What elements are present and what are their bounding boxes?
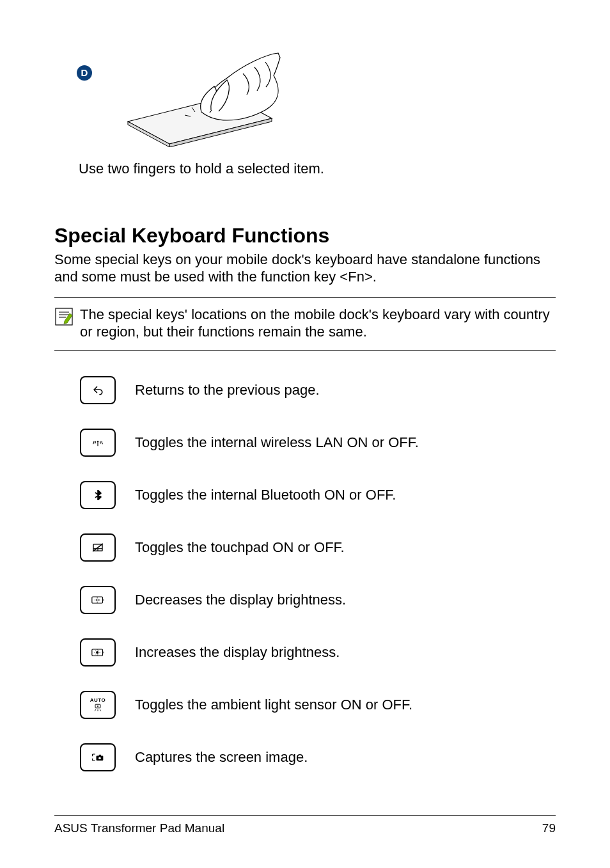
- note-text: The special keys' locations on the mobil…: [77, 306, 556, 341]
- key-description: Captures the screen image.: [135, 748, 556, 766]
- bluetooth-icon: [94, 490, 102, 500]
- svg-line-29: [98, 654, 99, 654]
- footer-page-number: 79: [542, 821, 556, 836]
- svg-rect-39: [99, 754, 101, 756]
- keycap-brightness-up: [80, 638, 116, 667]
- key-description: Toggles the internal wireless LAN ON or …: [135, 434, 556, 452]
- key-description: Increases the display brightness.: [135, 643, 556, 661]
- key-row: Toggles the touchpad ON or OFF.: [80, 533, 556, 562]
- key-row: Increases the display brightness.: [80, 638, 556, 667]
- svg-marker-21: [103, 599, 104, 601]
- svg-point-16: [97, 599, 98, 601]
- touchpad-off-icon: [92, 543, 104, 552]
- key-row: Toggles the internal wireless LAN ON or …: [80, 429, 556, 457]
- svg-point-9: [97, 441, 99, 443]
- manual-page: D: [0, 0, 610, 868]
- touchpad-caption: Use two fingers to hold a selected item.: [79, 160, 556, 178]
- footer-title: ASUS Transformer Pad Manual: [54, 821, 224, 836]
- brightness-down-icon: [91, 596, 104, 604]
- page-footer: ASUS Transformer Pad Manual 79: [54, 815, 556, 836]
- key-description: Toggles the touchpad ON or OFF.: [135, 539, 556, 556]
- svg-line-37: [100, 709, 101, 711]
- svg-line-30: [95, 654, 96, 654]
- keycap-back: [80, 376, 116, 404]
- note-icon: [54, 307, 74, 326]
- key-functions-table: Returns to the previous page. Toggles th…: [80, 376, 556, 771]
- keycap-auto-light: AUTO: [80, 691, 116, 719]
- key-description: Returns to the previous page.: [135, 381, 556, 399]
- section-title: Special Keyboard Functions: [54, 223, 556, 248]
- svg-marker-32: [103, 651, 104, 653]
- key-row: Returns to the previous page.: [80, 376, 556, 404]
- auto-light-icon: [93, 704, 103, 711]
- keycap-wifi: [80, 429, 116, 457]
- touchpad-two-finger-hold-figure: [115, 51, 281, 147]
- key-row: Captures the screen image.: [80, 743, 556, 771]
- svg-line-35: [95, 709, 96, 711]
- brightness-up-icon: [91, 648, 104, 657]
- svg-line-28: [95, 651, 96, 651]
- wifi-icon: [92, 438, 104, 447]
- auto-label: AUTO: [90, 698, 106, 703]
- svg-point-23: [96, 651, 98, 653]
- svg-point-34: [97, 706, 98, 707]
- touchpad-gesture-illustration: [115, 51, 281, 147]
- keycap-brightness-down: [80, 586, 116, 614]
- key-row: AUTO Toggles the ambient light sensor ON…: [80, 691, 556, 719]
- note-block: The special keys' locations on the mobil…: [54, 297, 556, 351]
- keycap-touchpad: [80, 533, 116, 562]
- key-description: Decreases the display brightness.: [135, 591, 556, 609]
- svg-line-31: [98, 651, 99, 651]
- callout-letter-text: D: [81, 67, 88, 79]
- keycap-screenshot: [80, 743, 116, 771]
- screenshot-icon: [91, 753, 104, 762]
- key-description: Toggles the internal Bluetooth ON or OFF…: [135, 486, 556, 504]
- key-row: Decreases the display brightness.: [80, 586, 556, 614]
- key-row: Toggles the internal Bluetooth ON or OFF…: [80, 481, 556, 509]
- keycap-bluetooth: [80, 481, 116, 509]
- intro-paragraph: Some special keys on your mobile dock's …: [54, 251, 556, 286]
- callout-letter-d: D: [77, 65, 92, 81]
- svg-point-40: [98, 757, 101, 759]
- back-arrow-icon: [92, 384, 104, 396]
- key-description: Toggles the ambient light sensor ON or O…: [135, 696, 556, 714]
